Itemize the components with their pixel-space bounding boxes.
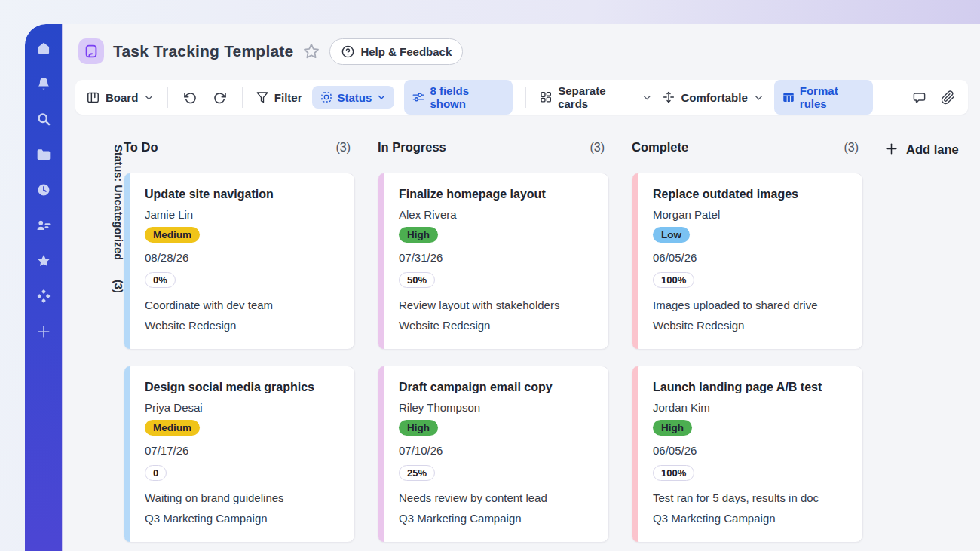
priority-badge: High bbox=[399, 420, 438, 436]
lane-title: Complete bbox=[632, 140, 688, 155]
priority-badge: Medium bbox=[145, 227, 200, 243]
card-title: Update site navigation bbox=[145, 186, 341, 203]
help-feedback-label: Help & Feedback bbox=[360, 45, 452, 58]
lane-title: To Do bbox=[124, 140, 158, 155]
chevron-down-icon bbox=[753, 92, 764, 103]
progress-pill: 50% bbox=[399, 272, 435, 288]
card-assignee: Alex Rivera bbox=[399, 207, 595, 222]
toolbar-divider bbox=[167, 87, 168, 108]
lane-header[interactable]: To Do (3) bbox=[124, 140, 355, 155]
add-lane-label: Add lane bbox=[906, 142, 959, 157]
card-project: Q3 Marketing Campaign bbox=[653, 510, 849, 526]
plus-icon bbox=[884, 142, 899, 156]
card-assignee: Riley Thompson bbox=[399, 399, 595, 415]
help-feedback-button[interactable]: Help & Feedback bbox=[329, 38, 463, 65]
sliders-icon bbox=[412, 90, 425, 104]
chevron-down-icon bbox=[376, 92, 387, 103]
card-title: Design social media graphics bbox=[145, 379, 341, 396]
toolbar-divider bbox=[525, 87, 526, 108]
lane-count: (3) bbox=[590, 141, 605, 155]
undo-icon[interactable] bbox=[181, 87, 200, 107]
page-header: Task Tracking Template Help & Feedback bbox=[63, 35, 980, 68]
card-project: Website Redesign bbox=[653, 317, 849, 333]
card-mode-selector[interactable]: Separate cards bbox=[539, 84, 652, 110]
card-project: Q3 Marketing Campaign bbox=[145, 510, 341, 526]
progress-pill: 100% bbox=[653, 465, 694, 481]
task-card[interactable]: Design social media graphics Priya Desai… bbox=[124, 366, 355, 543]
progress-pill: 0 bbox=[145, 465, 167, 481]
favorite-star-icon[interactable] bbox=[302, 42, 320, 60]
lane-count: (3) bbox=[844, 141, 859, 155]
card-accent-stripe bbox=[632, 366, 638, 542]
folder-icon[interactable] bbox=[36, 147, 51, 162]
format-rules-label: Format rules bbox=[800, 84, 866, 110]
card-due-date: 08/28/26 bbox=[145, 249, 341, 265]
card-project: Q3 Marketing Campaign bbox=[399, 510, 595, 526]
progress-pill: 100% bbox=[653, 272, 694, 288]
lane-header[interactable]: Complete (3) bbox=[632, 140, 863, 155]
help-circle-icon bbox=[341, 44, 355, 59]
toolbar-divider bbox=[896, 87, 896, 108]
fields-shown-chip[interactable]: 8 fields shown bbox=[404, 80, 513, 115]
view-switcher[interactable]: Board bbox=[86, 90, 155, 105]
card-assignee: Jamie Lin bbox=[145, 207, 341, 222]
task-card[interactable]: Replace outdated images Morgan Patel Low… bbox=[632, 173, 863, 350]
home-icon[interactable] bbox=[36, 41, 51, 56]
search-icon[interactable] bbox=[36, 112, 51, 127]
swimlane-label: Status: Uncategorized(3) bbox=[86, 140, 124, 551]
swimlane-label-text: Status: Uncategorized bbox=[113, 145, 124, 260]
lane-count: (3) bbox=[335, 141, 351, 155]
paperclip-icon[interactable] bbox=[939, 87, 957, 107]
chevron-down-icon bbox=[642, 92, 652, 103]
card-assignee: Jordan Kim bbox=[653, 399, 849, 415]
progress-pill: 25% bbox=[399, 465, 435, 481]
clock-icon[interactable] bbox=[36, 182, 51, 197]
card-title: Launch landing page A/B test bbox=[653, 379, 849, 396]
card-note: Images uploaded to shared drive bbox=[653, 297, 849, 313]
card-accent-stripe bbox=[124, 366, 130, 542]
view-switcher-label: Board bbox=[106, 91, 138, 104]
card-note: Test ran for 5 days, results in doc bbox=[653, 490, 849, 506]
group-by-label: Status bbox=[338, 91, 372, 104]
group-by-chip[interactable]: Status bbox=[312, 86, 395, 109]
card-accent-stripe bbox=[378, 366, 384, 542]
task-card[interactable]: Launch landing page A/B test Jordan Kim … bbox=[632, 366, 863, 543]
card-accent-stripe bbox=[378, 173, 384, 349]
format-rules-icon bbox=[782, 90, 795, 104]
app-window: Task Tracking Template Help & Feedback B… bbox=[25, 24, 980, 551]
card-title: Replace outdated images bbox=[653, 186, 849, 203]
card-title: Finalize homepage layout bbox=[399, 186, 595, 203]
task-card[interactable]: Draft campaign email copy Riley Thompson… bbox=[378, 366, 609, 543]
lane-header[interactable]: In Progress (3) bbox=[378, 140, 609, 155]
board-view-icon bbox=[86, 90, 100, 105]
filter-button[interactable]: Filter bbox=[256, 90, 302, 104]
row-height-label: Comfortable bbox=[681, 91, 747, 104]
toolbar-divider bbox=[242, 87, 243, 108]
card-mode-label: Separate cards bbox=[558, 84, 636, 110]
fields-shown-label: 8 fields shown bbox=[430, 84, 505, 110]
comment-icon[interactable] bbox=[909, 87, 928, 107]
users-icon[interactable] bbox=[36, 218, 51, 233]
card-project: Website Redesign bbox=[145, 317, 341, 333]
priority-badge: Low bbox=[653, 227, 690, 243]
template-icon bbox=[78, 38, 104, 64]
priority-badge: High bbox=[399, 227, 438, 243]
bell-icon[interactable] bbox=[36, 76, 51, 91]
star-icon[interactable] bbox=[36, 253, 51, 268]
card-due-date: 06/05/26 bbox=[653, 442, 849, 458]
lane-title: In Progress bbox=[378, 140, 446, 155]
card-title: Draft campaign email copy bbox=[399, 379, 595, 396]
apps-icon[interactable] bbox=[36, 289, 51, 304]
add-icon[interactable] bbox=[36, 324, 51, 339]
redo-icon[interactable] bbox=[210, 87, 229, 107]
card-due-date: 07/10/26 bbox=[399, 442, 595, 458]
lane-todo: To Do (3) Update site navigation Jamie L… bbox=[124, 140, 355, 551]
card-note: Needs review by content lead bbox=[399, 490, 595, 506]
card-assignee: Priya Desai bbox=[145, 399, 341, 415]
task-card[interactable]: Finalize homepage layout Alex Rivera Hig… bbox=[378, 173, 609, 350]
card-accent-stripe bbox=[632, 173, 638, 349]
row-height-selector[interactable]: Comfortable bbox=[662, 90, 764, 104]
add-lane-button[interactable]: Add lane bbox=[884, 140, 959, 551]
format-rules-chip[interactable]: Format rules bbox=[774, 80, 874, 115]
task-card[interactable]: Update site navigation Jamie Lin Medium … bbox=[124, 173, 355, 350]
